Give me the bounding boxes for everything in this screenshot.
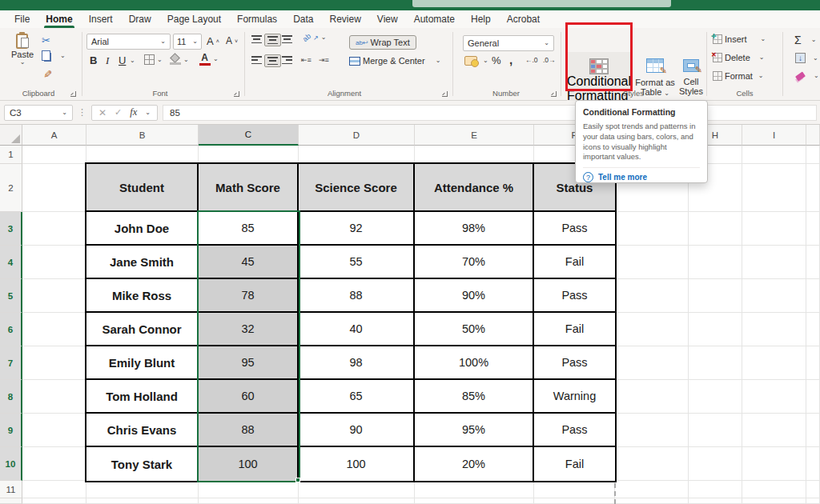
align-middle-button[interactable]: [264, 34, 281, 46]
grid-cell[interactable]: [22, 313, 86, 346]
table-cell[interactable]: Fail: [534, 313, 615, 346]
table-cell[interactable]: 92: [299, 212, 415, 246]
cut-button[interactable]: ✂: [42, 34, 50, 46]
row-header-11[interactable]: 11: [0, 481, 22, 498]
table-cell[interactable]: Sarah Connor: [86, 313, 199, 346]
format-painter-button[interactable]: ✎: [43, 68, 52, 80]
grid-cell[interactable]: [806, 212, 820, 246]
grid-cell[interactable]: [689, 279, 742, 313]
grid-cell[interactable]: [689, 313, 742, 346]
table-cell[interactable]: Mike Ross: [86, 279, 199, 313]
clipboard-dialog-launcher-icon[interactable]: [70, 91, 76, 97]
name-box[interactable]: C3⌄: [4, 105, 73, 121]
column-header-i[interactable]: I: [742, 125, 806, 146]
grid-cell[interactable]: [615, 447, 689, 481]
table-cell[interactable]: 90%: [415, 279, 534, 313]
table-cell[interactable]: John Doe: [86, 212, 199, 246]
increase-indent-button[interactable]: ⇥≡: [319, 56, 329, 64]
table-cell[interactable]: 50%: [415, 313, 534, 346]
row-header-2[interactable]: 2: [0, 164, 22, 212]
grid-cell[interactable]: [299, 146, 415, 164]
grid-cell[interactable]: [742, 279, 806, 313]
grid-cell[interactable]: [615, 481, 689, 498]
grid-cell[interactable]: [534, 481, 615, 498]
grid-cell[interactable]: [22, 346, 86, 380]
table-cell[interactable]: Pass: [534, 212, 615, 246]
table-cell[interactable]: 85%: [415, 380, 534, 414]
row-header-4[interactable]: 4: [0, 246, 22, 279]
font-color-button[interactable]: A⌄: [199, 53, 219, 66]
paste-button[interactable]: Paste ⌄: [11, 33, 34, 66]
grid-cell[interactable]: [689, 380, 742, 414]
orientation-button[interactable]: ab↗⌄: [303, 34, 326, 42]
insert-cells-button[interactable]: ✛Insert⌄: [713, 34, 766, 44]
table-cell[interactable]: 45: [199, 246, 299, 279]
grid-cell[interactable]: [689, 212, 742, 246]
table-cell[interactable]: 100: [299, 447, 415, 481]
table-cell[interactable]: 40: [299, 313, 415, 346]
row-header-partial[interactable]: [0, 498, 22, 504]
grid-cell[interactable]: [742, 164, 806, 212]
grid-cell[interactable]: [615, 279, 689, 313]
table-cell[interactable]: 100: [199, 447, 299, 481]
grid-cell[interactable]: [615, 212, 689, 246]
table-cell[interactable]: Pass: [534, 279, 615, 313]
grid-cell[interactable]: [199, 498, 299, 504]
row-header-1[interactable]: 1: [0, 146, 22, 164]
menu-tab-file[interactable]: File: [6, 10, 38, 28]
grid-cell[interactable]: [742, 498, 806, 504]
percent-style-button[interactable]: %: [492, 54, 501, 66]
menu-tab-acrobat[interactable]: Acrobat: [499, 10, 548, 28]
table-cell[interactable]: 70%: [415, 246, 534, 279]
grid-cell[interactable]: [615, 246, 689, 279]
grid-cell[interactable]: [689, 447, 742, 481]
table-header-cell[interactable]: Student: [86, 164, 199, 212]
column-header-a[interactable]: A: [22, 125, 86, 146]
grid-cell[interactable]: [534, 498, 615, 504]
underline-options-chevron[interactable]: ⌄: [130, 58, 135, 64]
table-cell[interactable]: 98%: [415, 212, 534, 246]
table-cell[interactable]: 98: [299, 346, 415, 380]
copy-button[interactable]: ⌄: [42, 50, 66, 62]
row-header-9[interactable]: 9: [0, 414, 22, 447]
column-header-partial[interactable]: [806, 125, 820, 146]
row-header-3[interactable]: 3: [0, 212, 22, 246]
titlebar-search-box[interactable]: [412, 0, 671, 7]
alignment-dialog-launcher-icon[interactable]: [442, 91, 448, 97]
table-cell[interactable]: 95: [199, 346, 299, 380]
table-cell[interactable]: 100%: [415, 346, 534, 380]
fill-color-button[interactable]: ⌄: [170, 54, 189, 65]
grid-cell[interactable]: [806, 447, 820, 481]
decrease-font-size-button[interactable]: A˅: [226, 35, 238, 46]
autosum-button[interactable]: Σ⌄: [794, 34, 816, 46]
table-cell[interactable]: Pass: [534, 414, 615, 447]
table-cell[interactable]: Tony Stark: [86, 447, 199, 481]
table-cell[interactable]: 88: [199, 414, 299, 447]
menu-tab-insert[interactable]: Insert: [81, 10, 121, 28]
grid-cell[interactable]: [299, 498, 415, 504]
grid-cell[interactable]: [806, 246, 820, 279]
table-cell[interactable]: 90: [299, 414, 415, 447]
grid-cell[interactable]: [806, 380, 820, 414]
menu-tab-view[interactable]: View: [369, 10, 406, 28]
table-cell[interactable]: 32: [199, 313, 299, 346]
table-cell[interactable]: 20%: [415, 447, 534, 481]
column-header-b[interactable]: B: [86, 125, 199, 146]
grid-cell[interactable]: [806, 164, 820, 212]
format-cells-button[interactable]: Format⌄: [713, 71, 764, 81]
align-left-button[interactable]: [251, 56, 262, 64]
table-cell[interactable]: 95%: [415, 414, 534, 447]
grid-cell[interactable]: [22, 164, 86, 212]
grid-cell[interactable]: [22, 481, 86, 498]
grid-cell[interactable]: [742, 481, 806, 498]
grid-cell[interactable]: [806, 481, 820, 498]
grid-cell[interactable]: [415, 498, 534, 504]
font-size-select[interactable]: 11⌄: [173, 34, 202, 50]
grid-cell[interactable]: [806, 346, 820, 380]
delete-cells-button[interactable]: ✕Delete⌄: [713, 53, 765, 62]
clear-button[interactable]: ⌄: [796, 73, 819, 79]
grid-cell[interactable]: [689, 246, 742, 279]
grid-cell[interactable]: [22, 447, 86, 481]
tell-me-more-link[interactable]: ? Tell me more: [583, 172, 700, 182]
grid-cell[interactable]: [22, 279, 86, 313]
